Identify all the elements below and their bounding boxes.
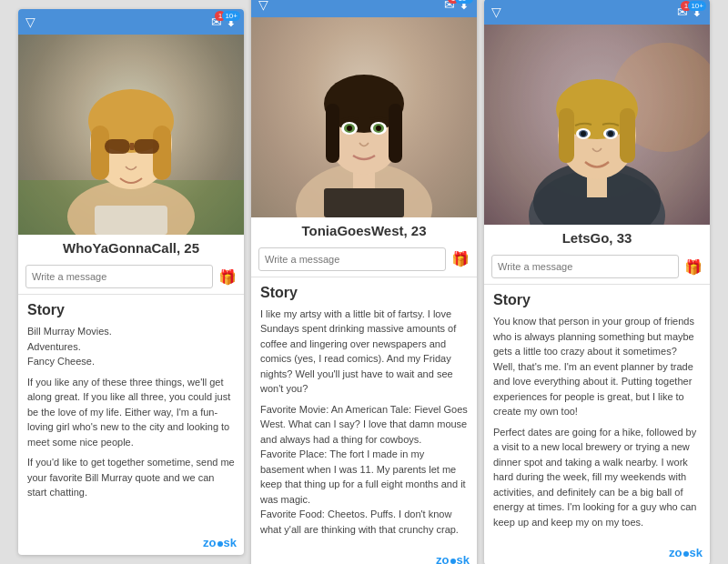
header-2: ▽ ✉ 1 ⬇ 10+ xyxy=(251,0,477,17)
alert-badge-group-3: ⬇ 10+ xyxy=(692,5,703,19)
svg-point-20 xyxy=(347,126,352,131)
filter-icon-2[interactable]: ▽ xyxy=(258,0,268,12)
alert-badge-2: 10+ xyxy=(455,0,473,4)
message-badge-group-2: ✉ 1 xyxy=(444,0,455,12)
header-1: ▽ ✉ 1 ⬇ 10+ xyxy=(18,9,244,35)
story-section-1: Story Bill Murray Movies.Adventures.Fanc… xyxy=(18,295,244,532)
story-text-2: I like my artsy with a little bit of far… xyxy=(260,307,468,538)
profile-photo-2 xyxy=(251,17,477,217)
gift-icon-2[interactable]: 🎁 xyxy=(451,250,470,267)
alert-badge-group-2: ⬇ 10+ xyxy=(459,0,470,12)
story-text-3: You know that person in your group of fr… xyxy=(493,314,701,529)
svg-rect-7 xyxy=(105,139,130,154)
message-badge-group: ✉ 1 xyxy=(211,15,222,29)
header-left-2: ▽ xyxy=(258,0,268,12)
svg-rect-16 xyxy=(326,104,339,163)
story-para-2-2: Favorite Movie: An American Tale: Fievel… xyxy=(260,402,468,538)
message-row-2: 🎁 xyxy=(251,242,477,277)
message-input-1[interactable] xyxy=(25,265,213,288)
svg-rect-6 xyxy=(153,126,171,180)
story-para-1-3: If you'd like to get together sometime, … xyxy=(27,455,235,500)
profile-name-2: ToniaGoesWest, 23 xyxy=(251,217,477,242)
gift-icon-1[interactable]: 🎁 xyxy=(218,268,237,286)
zoosk-dot-1 xyxy=(217,541,223,547)
header-right-3: ✉ 1 ⬇ 10+ xyxy=(677,5,703,19)
message-input-3[interactable] xyxy=(491,255,679,278)
svg-rect-33 xyxy=(559,108,574,163)
alert-badge-group: ⬇ 10+ xyxy=(226,15,237,29)
svg-point-40 xyxy=(608,131,613,136)
gift-icon-3[interactable]: 🎁 xyxy=(684,258,703,276)
story-para-3-1: You know that person in your group of fr… xyxy=(493,314,701,419)
story-para-1-1: Bill Murray Movies.Adventures.Fancy Chee… xyxy=(27,324,235,369)
story-text-1: Bill Murray Movies.Adventures.Fancy Chee… xyxy=(27,324,235,500)
story-label-3: Story xyxy=(493,292,701,308)
header-3: ▽ ✉ 1 ⬇ 10+ xyxy=(484,0,710,25)
story-section-3: Story You know that person in your group… xyxy=(484,285,710,542)
header-right-1: ✉ 1 ⬇ 10+ xyxy=(211,15,237,29)
story-label-2: Story xyxy=(260,285,468,301)
svg-rect-10 xyxy=(95,206,167,235)
svg-rect-34 xyxy=(620,108,635,163)
profile-name-3: LetsGo, 33 xyxy=(484,225,710,249)
header-right-2: ✉ 1 ⬇ 10+ xyxy=(444,0,470,12)
story-para-3-2: Perfect dates are going for a hike, foll… xyxy=(493,425,701,530)
svg-point-23 xyxy=(376,126,381,131)
svg-rect-24 xyxy=(324,188,404,217)
profile-photo-1 xyxy=(18,35,244,235)
header-left-3: ▽ xyxy=(491,5,501,19)
zoosk-dot-3 xyxy=(683,551,689,557)
svg-rect-8 xyxy=(134,139,159,154)
message-row-3: 🎁 xyxy=(484,249,710,285)
message-row-1: 🎁 xyxy=(18,259,244,295)
profile-card-3: ▽ ✉ 1 ⬇ 10+ xyxy=(484,0,710,564)
story-para-1-2: If you like any of these three things, w… xyxy=(27,375,235,450)
story-para-2-1: I like my artsy with a little bit of far… xyxy=(260,307,468,397)
profile-card-1: ▽ ✉ 1 ⬇ 10+ xyxy=(18,9,244,555)
story-section-2: Story I like my artsy with a little bit … xyxy=(251,277,477,550)
svg-rect-9 xyxy=(130,143,134,150)
zoosk-footer-3: zosk xyxy=(484,542,710,564)
story-label-1: Story xyxy=(27,302,235,318)
zoosk-footer-1: zosk xyxy=(18,532,244,555)
zoosk-dot-2 xyxy=(450,559,456,564)
filter-icon[interactable]: ▽ xyxy=(25,15,35,29)
message-input-2[interactable] xyxy=(258,247,446,271)
message-badge-group-3: ✉ 1 xyxy=(677,5,688,19)
svg-rect-5 xyxy=(91,126,109,180)
svg-rect-17 xyxy=(389,104,402,163)
profile-card-2: ▽ ✉ 1 ⬇ 10+ xyxy=(251,0,477,564)
filter-icon-3[interactable]: ▽ xyxy=(491,5,501,19)
profile-photo-3 xyxy=(484,25,710,225)
alert-badge: 10+ xyxy=(222,11,240,21)
alert-badge-3: 10+ xyxy=(688,1,706,11)
svg-point-37 xyxy=(581,131,586,136)
zoosk-footer-2: zosk xyxy=(251,549,477,564)
profile-name-1: WhoYaGonnaCall, 25 xyxy=(18,235,244,259)
header-left-1: ▽ xyxy=(25,15,35,29)
